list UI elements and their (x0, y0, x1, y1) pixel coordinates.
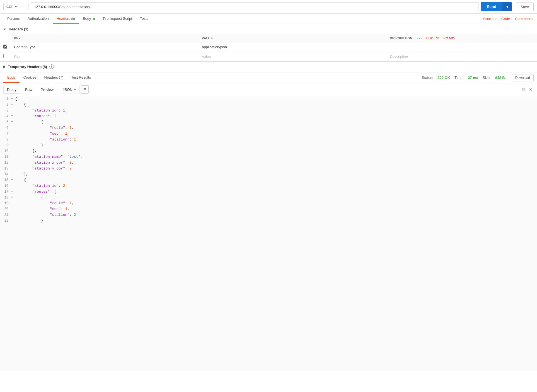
code-line-13: 13 "station_y_cor": 0 (0, 166, 537, 172)
format-tab-preview[interactable]: Preview (37, 86, 57, 93)
code-line-2: 2▼ { (0, 102, 537, 108)
line-content: { (15, 177, 537, 183)
download-button[interactable]: Download (512, 74, 534, 81)
send-button[interactable]: Send (481, 2, 502, 11)
line-toggle-icon (11, 108, 15, 108)
line-number: 8 (0, 137, 11, 142)
json-dropdown-arrow-icon: ▼ (74, 88, 76, 91)
line-number: 21 (0, 212, 11, 218)
save-button[interactable]: Save (516, 3, 534, 11)
status-label: Status: (422, 76, 433, 80)
row-checkbox-cell (0, 42, 11, 52)
resp-tab-test-results[interactable]: Test Results (67, 72, 95, 83)
headers-table: KEY VALUE DESCRIPTION ••• Bulk Edit Pres… (0, 34, 537, 61)
line-number: 6 (0, 125, 11, 131)
key-cell[interactable]: Content-Type (11, 42, 199, 52)
bulk-edit-button[interactable]: Bulk Edit (426, 36, 439, 40)
format-tab-pretty[interactable]: Pretty (3, 86, 20, 94)
send-btn-group: Send ▼ (481, 2, 512, 11)
tab-headers[interactable]: Headers (9) (53, 14, 79, 24)
time-label: Time: (454, 76, 463, 80)
line-content: "route": 1, (15, 125, 537, 131)
code-line-4: 4▼ "routes": [ (0, 113, 537, 119)
code-line-15: 15▼ { (0, 177, 537, 183)
code-line-16: 16 "station_id": 2, (0, 183, 537, 189)
line-content: [ (15, 96, 537, 102)
cookies-link[interactable]: Cookies (482, 14, 497, 24)
code-line-6: 6 "route": 1, (0, 125, 537, 131)
line-number: 10 (0, 148, 11, 154)
code-line-14: 14 }, (0, 171, 537, 177)
tab-params[interactable]: Params (3, 14, 24, 24)
key-placeholder[interactable]: Key (11, 52, 199, 61)
headers-section: ▼ Headers (1) KEY VALUE DESCRIPTION ••• … (0, 24, 537, 61)
response-status-bar: Status: 200 OK Time: 37 ms Size: 848 B D… (422, 74, 534, 81)
code-line-19: 19 "route": 1, (0, 200, 537, 206)
line-toggle-icon (11, 131, 15, 132)
line-number: 9 (0, 142, 11, 148)
wrap-lines-button[interactable]: ≡ (81, 85, 89, 94)
table-row: Content-Type application/json (0, 42, 537, 52)
code-line-3: 3 "station_id": 1, (0, 108, 537, 114)
code-link[interactable]: Code (500, 14, 511, 24)
headers-section-toggle[interactable]: ▼ Headers (1) (0, 24, 537, 34)
line-toggle-icon[interactable]: ▼ (11, 177, 15, 182)
resp-tab-cookies[interactable]: Cookies (20, 72, 40, 83)
tab-body[interactable]: Body (79, 14, 99, 24)
line-toggle-icon[interactable]: ▼ (11, 102, 15, 107)
code-line-10: 10 ], (0, 148, 537, 154)
table-row-empty: Key Value Description (0, 52, 537, 61)
line-toggle-icon (11, 154, 15, 155)
top-bar: GET ▼ Send ▼ Save (0, 0, 537, 14)
line-content: "station": 2 (15, 212, 537, 218)
line-number: 1 (0, 96, 11, 102)
tab-tests[interactable]: Tests (136, 14, 152, 24)
request-tabs: Params Authorization Headers (9) Body Pr… (0, 14, 537, 24)
comments-link[interactable]: Comments (514, 14, 534, 24)
row-checkbox[interactable] (3, 45, 7, 49)
line-toggle-icon[interactable]: ▼ (11, 189, 15, 194)
desc-cell (386, 42, 537, 52)
line-content: "station_id": 1, (15, 108, 537, 114)
value-cell[interactable]: application/json (199, 42, 386, 52)
tab-authorization[interactable]: Authorization (24, 14, 53, 24)
resp-tab-headers[interactable]: Headers (7) (40, 72, 67, 83)
line-toggle-icon (11, 148, 15, 149)
desc-placeholder[interactable]: Description (386, 52, 537, 61)
empty-row-checkbox[interactable] (3, 54, 7, 58)
send-dropdown-button[interactable]: ▼ (502, 2, 512, 11)
code-line-22: 22 } (0, 218, 537, 224)
line-toggle-icon (11, 200, 15, 201)
desc-column-header: DESCRIPTION ••• Bulk Edit Presets (386, 34, 537, 42)
line-number: 7 (0, 131, 11, 137)
line-number: 2 (0, 102, 11, 108)
code-line-20: 20 "seq": 4, (0, 206, 537, 212)
url-input[interactable] (31, 3, 478, 11)
line-toggle-icon[interactable]: ▼ (11, 96, 15, 101)
clear-icon[interactable]: ✕ (528, 86, 534, 93)
line-number: 15 (0, 177, 11, 183)
info-icon[interactable]: i (49, 64, 54, 69)
line-content: "station_id": 2, (15, 183, 537, 189)
presets-button[interactable]: Presets (443, 36, 455, 40)
more-options-icon[interactable]: ••• (417, 37, 422, 40)
copy-icon[interactable]: ⧉ (521, 86, 526, 93)
code-line-7: 7 "seq": 1, (0, 131, 537, 137)
right-tabs: Cookies Code Comments (482, 14, 534, 24)
json-format-button[interactable]: JSON ▼ (60, 86, 79, 93)
tab-pre-request[interactable]: Pre-request Script (99, 14, 136, 24)
format-tab-raw[interactable]: Raw (22, 86, 36, 93)
line-content: "routes": [ (15, 189, 537, 195)
temp-headers-section: ▶ Temporary Headers (8) i (0, 61, 537, 72)
resp-tab-body[interactable]: Body (3, 72, 20, 83)
line-content: } (15, 142, 537, 148)
size-label: Size: (483, 76, 491, 80)
line-content: "route": 1, (15, 200, 537, 206)
response-toolbar: Pretty Raw Preview JSON ▼ ≡ ⧉ ✕ (0, 83, 537, 96)
line-toggle-icon[interactable]: ▼ (11, 113, 15, 118)
line-toggle-icon[interactable]: ▼ (11, 195, 15, 200)
line-toggle-icon (11, 137, 15, 137)
method-select[interactable]: GET ▼ (3, 3, 28, 10)
line-toggle-icon[interactable]: ▼ (11, 119, 15, 124)
value-placeholder[interactable]: Value (199, 52, 386, 61)
